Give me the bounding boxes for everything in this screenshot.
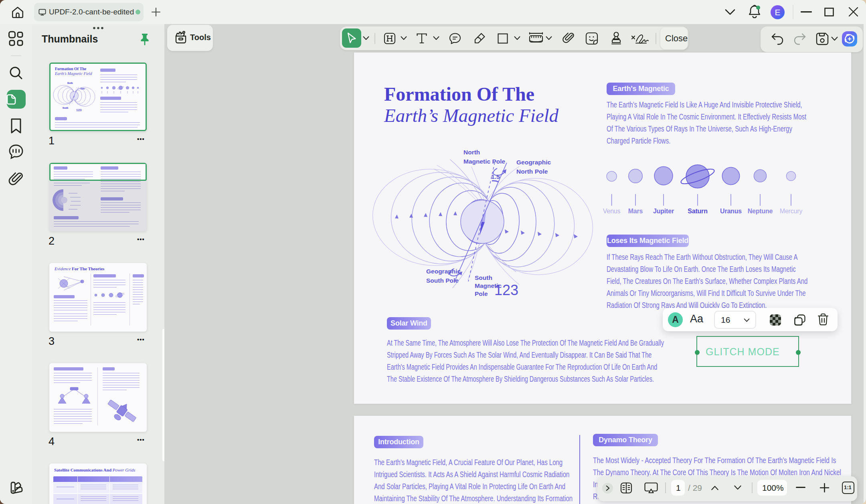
svg-text:Pole: Pole (475, 290, 488, 297)
svg-text:1.5: 1.5 (491, 173, 500, 180)
svg-text:South Pole: South Pole (426, 277, 459, 284)
svg-text:Magnetic Pole: Magnetic Pole (463, 158, 506, 165)
svg-text:South: South (475, 274, 492, 281)
svg-text:Uranus: Uranus (720, 208, 742, 215)
svg-text:Geographic: Geographic (426, 268, 461, 275)
svg-text:123: 123 (494, 282, 518, 298)
svg-text:Venus: Venus (603, 208, 621, 215)
svg-text:Neptune: Neptune (748, 208, 773, 215)
svg-text:Saturn: Saturn (688, 208, 707, 215)
svg-text:Jupiter: Jupiter (653, 208, 674, 215)
svg-text:Mercury: Mercury (780, 208, 803, 215)
svg-text:North: North (67, 82, 73, 84)
svg-text:Mars: Mars (628, 208, 643, 215)
svg-text:123: 123 (76, 108, 82, 112)
svg-text:North: North (463, 149, 480, 156)
svg-text:South: South (63, 107, 68, 109)
svg-text:North Pole: North Pole (516, 168, 548, 175)
svg-text:Geographic: Geographic (516, 159, 551, 166)
svg-text:Geo: Geo (81, 87, 85, 90)
